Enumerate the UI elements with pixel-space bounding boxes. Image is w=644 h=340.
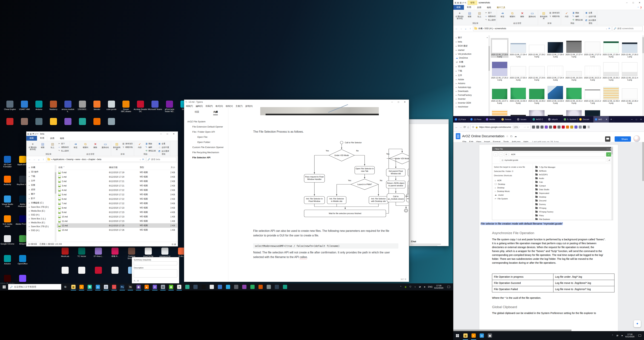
sidebar-item[interactable]: ▸SSD (H:) [26,213,55,217]
ribbon-button[interactable]: ◩反向選擇 [158,149,169,152]
close-button[interactable]: ✕ [640,118,642,121]
taskbar-pinned-app[interactable]: ▥ [69,283,78,290]
forward-button[interactable]: → [32,158,36,161]
thumbnail[interactable]: 2020-12-06_17-29-29.png [528,38,546,58]
thumbnail[interactable]: 2020-12-06_12-36-20.png [621,85,638,104]
sidebar-item[interactable]: ▸BGM 素材 [453,44,488,48]
desktop-icon[interactable] [76,118,89,126]
desktop-icon[interactable] [47,118,60,126]
menu-item[interactable]: 段落(P) [206,105,213,108]
ribbon-tab-2[interactable]: 常用 [464,5,474,10]
sidebar-item[interactable]: ▸meshmixer [453,105,488,109]
menu-item[interactable]: 主題(T) [236,105,242,108]
home-icon[interactable]: ⌂ [467,126,469,129]
start-button[interactable] [453,331,462,340]
ribbon-button[interactable]: ▧貼上 [48,141,57,148]
ribbon-button[interactable]: ▨新增資料夾 [539,10,548,20]
ribbon-button[interactable]: ⟲歷程記錄 [145,149,156,152]
sidebar-item[interactable]: ▸下載 [26,174,55,178]
new-tab-button[interactable]: + [609,116,614,123]
thumbnail[interactable]: 2020-12-06_17-27-32.png [584,38,601,58]
browser-tab[interactable]: ▲Docum [578,116,594,123]
sidebar-item[interactable]: ▸Inventor [453,97,488,101]
usb-icon[interactable]: ⌁ [414,285,417,288]
back-button[interactable]: ← [455,27,458,30]
desktop-icon[interactable]: SD Card Formatter [1,156,14,176]
desktop-icon[interactable] [18,118,31,126]
sidebar-item[interactable]: ▸started [453,48,488,52]
ribbon-button[interactable]: ⌯複製路徑 [485,15,496,18]
maximize-button[interactable]: □ [164,132,170,136]
breadcrumb[interactable]: « Applications › Uwamp › www › docs › ch… [46,157,145,162]
taskbar-file-explorer-icon[interactable]: ▥ [462,331,470,340]
search-input[interactable]: 🔎 搜尋 screenshots [612,26,642,31]
desktop-icon[interactable]: Acrobat Reader DC [134,101,147,112]
ribbon-tab-1[interactable]: 檔案 [26,136,37,141]
view-toggle-icons[interactable]: ▤ ▦ [172,243,176,245]
desktop-icon[interactable]: 樹莓 R.. [108,248,122,259]
taskbar-pinned-app[interactable]: Ps [118,283,126,290]
browser-tab[interactable]: MeWe [484,116,500,123]
manage-tab[interactable]: 管理 [468,1,477,5]
minimize-button[interactable]: ─ [631,118,632,120]
table-row[interactable]: 0.md6/12/2020 17:19MD 檔案2 KB [57,170,178,175]
table-row[interactable]: 5.md6/12/2020 17:22MD 檔案3 KB [57,192,178,197]
sidebar-item[interactable]: ▸Vid production [453,52,488,56]
minimize-button[interactable]: ─ [389,100,395,104]
taskbar-firefox-icon[interactable]: ◗ [470,331,478,340]
thumbnail[interactable]: 2020-12-06_12-49-04.png [602,85,620,104]
ribbon-button[interactable]: ↷貼上捷徑 [58,149,69,152]
extension-icon[interactable] [562,126,565,129]
extension-icon[interactable] [574,126,578,129]
sidebar-item[interactable]: ▸Media Box (E:) [26,209,55,213]
column-header[interactable]: 名稱 ⌃ [57,166,109,169]
sidebar-item[interactable]: ▸SSD (H:) [26,228,55,232]
desktop-icon[interactable]: blender [90,101,104,112]
taskbar-app[interactable] [281,283,289,290]
more-icon[interactable]: ⋯ [524,126,526,128]
thumbnail[interactable]: 2020-12-06_16-21-30.png [584,61,601,81]
browser-tab[interactable]: 5. System S [562,116,578,123]
star-icon[interactable]: ☆ [506,135,508,138]
ribbon-button[interactable]: ✕刪除 [91,141,100,148]
ribbon-button[interactable]: ▦新增項目 [549,11,560,14]
close-button[interactable]: ✕ [171,132,177,136]
maximize-button[interactable]: □ [630,1,636,5]
sidebar-item[interactable]: ▸音樂 [26,183,55,187]
ribbon-button[interactable]: ✦釘選到[快速存取] [455,10,464,20]
thumbnail[interactable]: 2020-12-06_17-26-48.png [602,38,620,58]
extension-icon[interactable] [566,126,569,129]
taskbar-app[interactable] [216,283,224,290]
thumbnail[interactable]: 2020-12-06_13-31-28.png [565,85,583,104]
desktop-icon[interactable]: cube.gcode [105,101,118,112]
desktop-icon[interactable]: Audacity [1,176,14,195]
sidebar-item[interactable]: ▸3D 物件 [453,64,488,69]
defender-icon[interactable]: ⛉ [409,285,412,288]
browser-tab[interactable]: Issues [516,116,531,123]
desktop-icon[interactable]: Arduino [32,101,46,112]
desktop-icon[interactable]: arozos module li.. [61,101,75,112]
tray-chevron-icon[interactable]: ⌃ [399,285,402,288]
notification-center-button[interactable] [445,286,452,288]
outline-item[interactable]: ArOZ File System [184,119,228,124]
menu-item[interactable]: 說明(H) [246,105,253,108]
comment-history-icon[interactable] [605,136,610,142]
thumbnail[interactable] [528,108,546,116]
table-row[interactable]: 6.md6/12/2020 17:22MD 檔案2 KB [57,197,178,201]
refresh-icon[interactable]: ⟳ [608,27,610,30]
thumbnail[interactable]: 2020-12-06_13-47-16.png [491,85,508,104]
outline-item[interactable]: Open Folder: [184,140,228,145]
typora-editor[interactable]: The File Selection Process is as follows… [228,108,409,282]
explore-button[interactable]: ✦ [634,320,641,327]
ribbon-tab-2[interactable]: 常用 [37,136,47,141]
back-icon[interactable]: ← [455,126,458,129]
ribbon-button[interactable]: ▦新增項目 [122,142,133,145]
quick-access-toolbar[interactable]: ▮| ▣ ⬒ ⇄ ▾ [28,133,38,135]
thumbnail[interactable]: 2020-12-06_16-23-58.png [565,61,583,81]
breadcrumb[interactable]: 本機 › SSD (H:) › screenshots ⌄⟳ [473,26,612,31]
thumbnail[interactable]: 2020-12-06_17-29-02.png [546,38,564,58]
sidebar-item[interactable]: ▸Adobe [453,78,488,82]
column-header[interactable]: 類型 [140,166,162,169]
outline-item[interactable]: Open File: [184,134,228,140]
nvidia-icon[interactable]: ◉ [404,285,407,288]
